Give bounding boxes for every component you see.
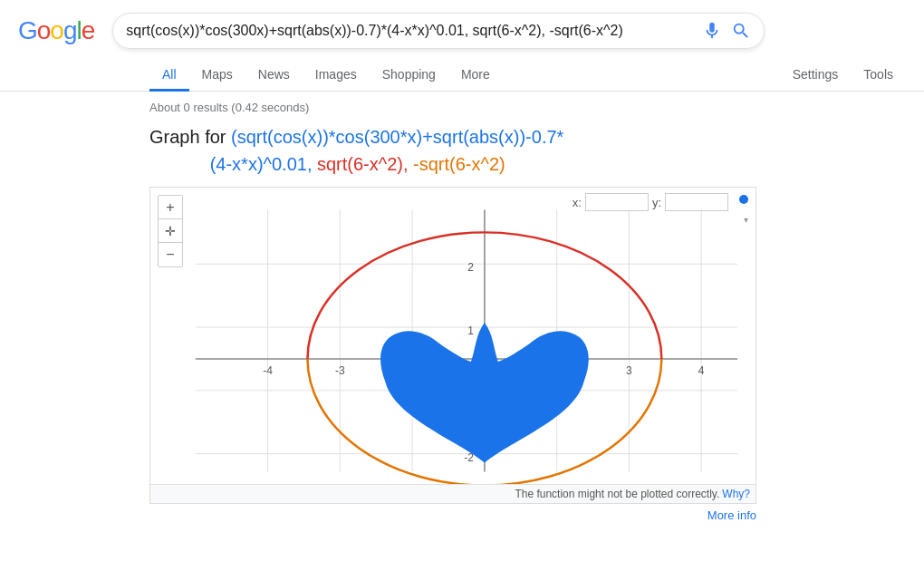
svg-rect-0: [150, 200, 756, 489]
nav-item-images[interactable]: Images: [303, 60, 370, 92]
nav-item-all[interactable]: All: [149, 60, 189, 92]
nav-item-maps[interactable]: Maps: [189, 60, 245, 92]
search-icons: [702, 21, 751, 41]
graph-title-part3: -sqrt(6-x^2): [413, 154, 505, 174]
content: About 0 results (0.42 seconds) Graph for…: [0, 92, 924, 517]
search-icon[interactable]: [731, 21, 751, 41]
search-input[interactable]: [126, 23, 693, 39]
y-coord-label: y:: [652, 196, 661, 209]
more-info-link[interactable]: More info: [707, 508, 756, 522]
search-bar-wrapper: [112, 13, 765, 49]
nav-right: Settings Tools: [780, 60, 906, 91]
search-bar: [112, 13, 765, 49]
header: Google: [0, 0, 924, 49]
pan-button[interactable]: ✛: [159, 219, 182, 243]
google-logo: Google: [18, 16, 94, 45]
graph-title-part2: sqrt(6-x^2),: [317, 154, 409, 174]
svg-text:-3: -3: [335, 364, 345, 377]
svg-text:1: 1: [467, 324, 474, 337]
coord-row: x: y:: [573, 193, 728, 211]
nav-item-tools[interactable]: Tools: [851, 60, 906, 92]
graph-controls: + ✛ −: [158, 195, 183, 267]
x-coord-input[interactable]: [585, 193, 649, 211]
graph-footer: The function might not be plotted correc…: [150, 484, 756, 503]
nav-item-settings[interactable]: Settings: [780, 60, 852, 92]
graph-svg: -4 -3 -2 -1 1 2 3 4 2 1 -1 -2: [150, 188, 756, 503]
mic-icon[interactable]: [702, 21, 722, 41]
svg-text:-4: -4: [263, 364, 273, 377]
zoom-in-button[interactable]: +: [159, 196, 182, 219]
svg-text:3: 3: [626, 364, 632, 377]
scroll-indicator: ▾: [744, 215, 748, 225]
graph-container: + ✛ − x: y: ▾: [149, 187, 756, 504]
zoom-out-button[interactable]: −: [159, 243, 182, 266]
graph-footer-text: The function might not be plotted correc…: [515, 488, 719, 500]
nav-item-more[interactable]: More: [448, 60, 503, 92]
x-coord-label: x:: [573, 196, 582, 209]
nav-item-news[interactable]: News: [245, 60, 303, 92]
svg-text:4: 4: [698, 364, 705, 377]
result-stats: About 0 results (0.42 seconds): [149, 101, 906, 114]
svg-text:2: 2: [467, 261, 474, 274]
coord-dot: [739, 195, 748, 204]
nav-bar: All Maps News Images Shopping More Setti…: [0, 53, 924, 92]
nav-item-shopping[interactable]: Shopping: [370, 60, 448, 92]
y-coord-input[interactable]: [665, 193, 728, 211]
why-link[interactable]: Why?: [722, 488, 750, 500]
graph-title: Graph for (sqrt(cos(x))*cos(300*x)+sqrt(…: [149, 123, 906, 178]
graph-title-prefix: Graph for: [149, 127, 231, 147]
